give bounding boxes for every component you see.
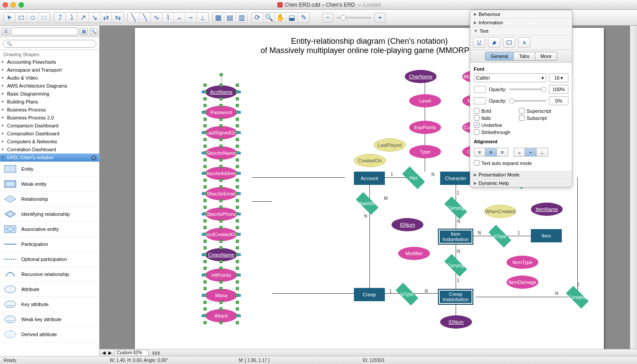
rotate-handle[interactable] [219,73,223,77]
attr-modifier[interactable]: Modifier [398,247,430,260]
section-text[interactable]: ▼Text [470,27,572,35]
attr-idnum2[interactable]: IDNum [440,315,472,329]
selected-shapes-group[interactable]: AcctNamePasswordLastSignedOnSbscrbrNameS… [199,85,243,330]
attr-itemname[interactable]: ItemName [531,203,563,216]
bg-opacity-value[interactable]: 0% [549,96,568,105]
library-item-selected[interactable]: ERD, Chen's notation × [0,153,99,161]
entity-creepinst[interactable]: Creep Instantiation [438,289,473,305]
subscript-checkbox[interactable] [519,115,525,121]
rotate-tool[interactable]: ⟳ [252,13,263,23]
attr-exp[interactable]: ExpPoints [409,121,441,134]
line-7[interactable]: ⟂ [197,13,208,23]
line-5[interactable]: ⫠ [174,13,185,23]
library-item[interactable]: Correlation Dashboard [0,146,99,153]
bg-opacity-slider[interactable] [509,100,546,102]
strike-checkbox[interactable] [474,129,480,135]
tab-general[interactable]: General [485,52,514,61]
attr-itemtype[interactable]: ItemType [507,256,538,269]
auto-expand-checkbox[interactable] [474,160,480,166]
text-tool[interactable] [38,13,50,23]
shape-item[interactable]: Attribute [0,282,99,297]
text-opacity-value[interactable]: 100% [549,85,568,94]
hand-tool[interactable]: ✋ [275,13,286,23]
section-behaviour[interactable]: ▶Behaviour [470,10,572,19]
search-icon[interactable]: 🔍 [89,28,97,35]
shape-item[interactable]: Participation [0,237,99,252]
section-presentation[interactable]: ▶Presentation Mode [470,171,572,179]
shape-item[interactable]: Relationship [0,192,99,207]
shape-item[interactable]: Derived attribute [0,327,99,342]
library-item[interactable]: Basic Diagramming [0,90,99,98]
zoom-in-button[interactable]: + [374,13,386,23]
connector-1[interactable]: ⤴ [54,13,66,23]
line-4[interactable]: ⌇ [162,13,174,23]
connector-4[interactable]: ↘ [89,13,100,23]
close-icon[interactable]: × [91,155,96,161]
zoom-window-button[interactable] [19,2,24,8]
attr-charname[interactable]: CharName [405,70,437,83]
attr-createdon[interactable]: CreatedOn [354,154,386,167]
shape-item[interactable]: Associative entity [0,222,99,237]
sidebar-filter-input[interactable] [12,27,78,35]
library-item[interactable]: Computers & Networks [0,138,99,146]
text-box-icon[interactable] [503,37,515,48]
entity-character[interactable]: Character [440,172,471,185]
entity-iteminst[interactable]: Item Instantiation [438,229,473,245]
shape-item[interactable]: Recursive relationship [0,267,99,282]
rect-tool[interactable] [15,13,27,23]
section-dynamic-help[interactable]: ▶Dynamic Help [470,179,572,187]
align-middle-button[interactable]: ⫟ [525,148,537,157]
stamp-tool[interactable]: ⬓ [286,13,298,23]
connector-3[interactable]: ↗ [77,13,89,23]
library-item[interactable]: Comparison Dashboard [0,122,99,130]
shape-item[interactable]: Identifying relationship [0,207,99,222]
align-2[interactable]: ▤ [224,13,236,23]
selected-attr[interactable]: SbscrbrPhone [205,207,237,221]
rel-carrying2[interactable]: Carrying [440,258,471,273]
library-item[interactable]: Accounting Flowcharts [0,58,99,66]
library-item[interactable]: Aerospace and Transport [0,66,99,74]
attr-whencreated[interactable]: WhenCreated [484,205,516,218]
shape-item[interactable]: Weak key attribute [0,312,99,327]
line-1[interactable]: ╲ [128,13,139,23]
italic-checkbox[interactable] [474,115,480,121]
tab-more[interactable]: More [535,52,557,61]
minimize-window-button[interactable] [11,2,16,8]
selected-attr[interactable]: Mana [205,289,237,302]
align-right-button[interactable]: ≡ [497,148,508,157]
selected-attr[interactable]: AcctName [205,85,237,99]
align-center-button[interactable]: ≡ [485,148,497,157]
grid-view-icon[interactable]: ▦ [80,28,88,35]
underline-checkbox[interactable] [474,122,480,128]
rel-raninfo[interactable]: RanInfo [352,196,383,211]
line-6[interactable]: ⫟ [185,13,197,23]
ellipse-tool[interactable] [27,13,38,23]
pointer-tool[interactable] [4,13,15,23]
entity-item[interactable]: Item [531,229,562,242]
bg-color-swatch[interactable] [474,97,486,104]
selected-attr[interactable]: CreepName [205,248,237,261]
selected-attr[interactable]: Attack [205,309,237,322]
rel-contains2[interactable]: Contains [562,290,593,305]
font-icon[interactable]: A [518,37,530,48]
rel-istype[interactable]: IsType [484,229,515,244]
connector-6[interactable]: ⇆ [112,13,123,23]
rel-istype2[interactable]: IsType [391,287,422,302]
connector-5[interactable]: ⇄ [100,13,112,23]
library-search-input[interactable] [3,40,96,48]
library-item[interactable]: Audio & Video [0,74,99,82]
selected-attr[interactable]: HitPoints [205,268,237,282]
superscript-checkbox[interactable] [519,108,525,114]
text-color-swatch[interactable] [474,86,486,93]
align-top-button[interactable]: ⫠ [514,148,525,157]
zoom-select[interactable]: Custom 62% [115,350,149,356]
attr-lastplayed[interactable]: LastPlayed [374,138,406,152]
connector-2[interactable]: ⤵ [66,13,77,23]
line-3[interactable]: ∿ [151,13,162,23]
close-window-button[interactable] [3,2,8,8]
shape-item[interactable]: Entity [0,162,99,177]
attr-itemdamage[interactable]: ItemDamage [507,276,538,289]
align-bottom-button[interactable]: ⟂ [537,148,548,157]
selected-attr[interactable]: LastSignedOn [205,126,237,139]
selected-attr[interactable]: SbscrbrEmail [205,187,237,200]
